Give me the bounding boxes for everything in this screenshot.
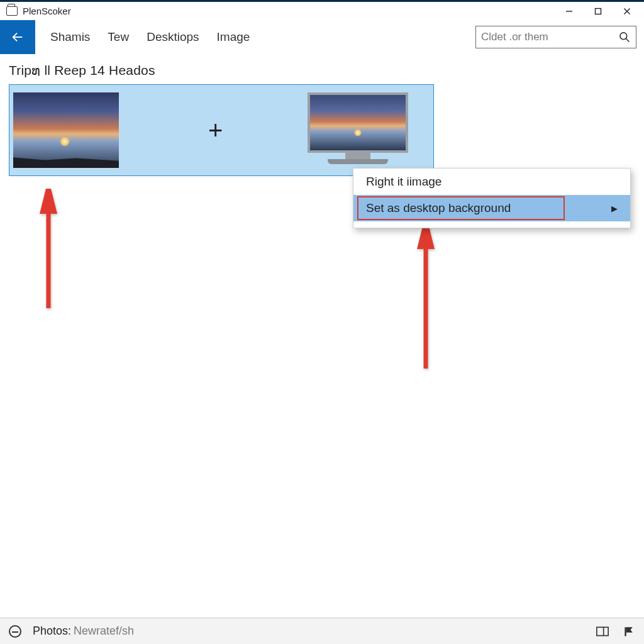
menu-item-shamis[interactable]: Shamis [50, 30, 90, 44]
svg-point-5 [620, 33, 627, 40]
svg-rect-13 [625, 627, 626, 636]
flag-icon[interactable] [623, 626, 635, 637]
context-menu: Right it iimage Set as desktop backgroun… [353, 168, 631, 228]
menu-bar: Shamis Tew Desktiops Image [50, 30, 250, 44]
submenu-arrow-icon: ▶ [611, 204, 618, 213]
menu-item-desktiops[interactable]: Desktiops [147, 30, 199, 44]
app-title: PlenScoker [23, 6, 71, 16]
search-input[interactable] [481, 31, 618, 43]
context-item-right-image[interactable]: Right it iimage [353, 169, 630, 195]
context-item-label: Right it iimage [366, 175, 441, 189]
status-bar: Photos: Newratef/sh [0, 618, 644, 644]
annotation-arrow-left [33, 189, 64, 314]
desktop-preview-icon [308, 92, 408, 169]
menu-item-image[interactable]: Image [217, 30, 250, 44]
svg-line-6 [626, 39, 630, 42]
menu-item-tew[interactable]: Tew [108, 30, 129, 44]
minimize-button[interactable] [555, 2, 584, 21]
status-label: Photos: [33, 625, 71, 638]
search-icon [618, 31, 631, 43]
context-item-set-desktop-background[interactable]: Set as desktop background ▶ [353, 195, 630, 221]
svg-rect-11 [597, 627, 608, 635]
titlebar: PlenScoker [0, 0, 644, 20]
close-button[interactable] [613, 2, 641, 21]
svg-rect-1 [596, 8, 601, 14]
selection-strip[interactable]: + [9, 84, 434, 176]
photo-thumbnail[interactable] [13, 92, 119, 168]
status-value: Newratef/sh [74, 625, 134, 638]
layout-icon[interactable] [596, 626, 609, 637]
toolbar: Shamis Tew Desktiops Image [0, 20, 644, 54]
maximize-button[interactable] [584, 2, 613, 21]
status-stop-icon[interactable] [9, 625, 21, 638]
context-item-label: Set as desktop background [366, 201, 511, 215]
page-title: Tripທ ll Reep 14 Heados [0, 54, 644, 84]
search-box[interactable] [475, 26, 636, 48]
app-icon [6, 6, 18, 16]
back-button[interactable] [0, 20, 35, 54]
plus-icon: + [208, 116, 223, 145]
annotation-arrow-right [410, 224, 441, 375]
